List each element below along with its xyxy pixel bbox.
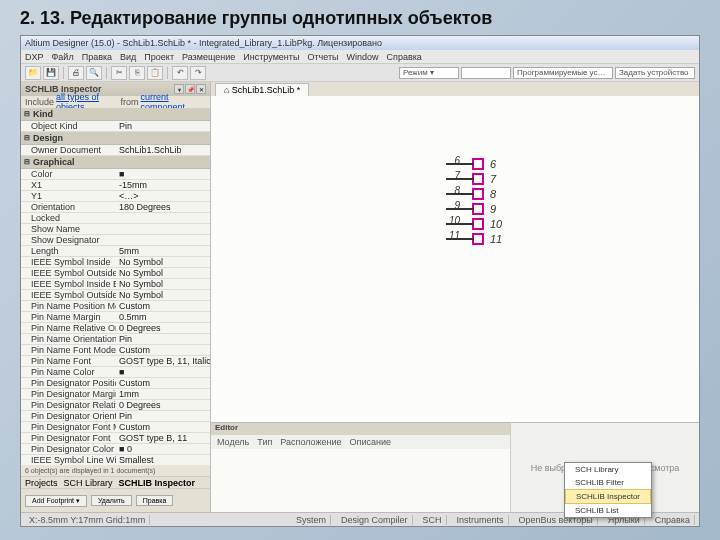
popup-item[interactable]: SCHLIB Inspector [565,489,651,504]
prop-row[interactable]: Pin Name Orientation AnchorPin [21,334,210,345]
footer-tab[interactable]: Projects [25,478,58,488]
set-device-label[interactable]: Задать устройство [615,67,695,79]
prop-row[interactable]: Object KindPin [21,121,210,132]
editor-col[interactable]: Тип [257,437,272,447]
prop-row[interactable]: IEEE Symbol OutsideNo Symbol [21,268,210,279]
undo-icon[interactable]: ↶ [172,66,188,80]
menu-item[interactable]: Инструменты [243,52,299,62]
toolbar-field[interactable] [461,67,511,79]
status-seg[interactable]: Справка [651,515,695,525]
prop-value[interactable]: Pin [116,121,210,131]
paste-icon[interactable]: 📋 [147,66,163,80]
delete-button[interactable]: Удалить [91,495,132,506]
prop-value[interactable]: No Symbol [116,279,210,289]
prop-row[interactable]: Color■ [21,169,210,180]
prop-row[interactable]: Show Designator [21,235,210,246]
editor-col[interactable]: Модель [217,437,249,447]
menu-item[interactable]: Отчеты [307,52,338,62]
menu-item[interactable]: Размещение [182,52,235,62]
prop-group[interactable]: Design [21,132,210,145]
prop-row[interactable]: Pin Designator Color■ 0 [21,444,210,455]
prop-value[interactable]: 0 Degrees [116,323,210,333]
prop-value[interactable]: No Symbol [116,257,210,267]
prop-value[interactable]: Custom [116,345,210,355]
prop-row[interactable]: X1-15mm [21,180,210,191]
prop-value[interactable]: ■ [116,169,210,179]
menu-item[interactable]: Справка [387,52,422,62]
prop-value[interactable]: GOST type B, 11, Italic [116,356,210,366]
menu-item[interactable]: Вид [120,52,136,62]
open-icon[interactable]: 📁 [25,66,41,80]
menu-item[interactable]: Файл [52,52,74,62]
prop-value[interactable]: Smallest [116,455,210,465]
status-seg[interactable]: Instruments [453,515,509,525]
prop-row[interactable]: Owner DocumentSchLib1.SchLib [21,145,210,156]
editor-col[interactable]: Описание [350,437,391,447]
prop-row[interactable]: IEEE Symbol Outside EdgeNo Symbol [21,290,210,301]
prop-value[interactable]: No Symbol [116,268,210,278]
device-label[interactable]: Программируемые ус… [513,67,613,79]
pin[interactable]: 1111 [446,231,502,246]
redo-icon[interactable]: ↷ [190,66,206,80]
prop-value[interactable]: 0.5mm [116,312,210,322]
prop-row[interactable]: Pin Designator Relative Orientation0 Deg… [21,400,210,411]
menu-item[interactable]: Проект [144,52,174,62]
prop-value[interactable]: 5mm [116,246,210,256]
prop-value[interactable]: Custom [116,422,210,432]
zoom-icon[interactable]: 🔍 [86,66,102,80]
prop-value[interactable]: -15mm [116,180,210,190]
prop-row[interactable]: Length5mm [21,246,210,257]
copy-icon[interactable]: ⎘ [129,66,145,80]
prop-group[interactable]: Kind [21,108,210,121]
status-seg[interactable]: Design Compiler [337,515,413,525]
prop-value[interactable]: <…> [116,191,210,201]
status-seg[interactable]: System [292,515,331,525]
prop-row[interactable]: Show Name [21,224,210,235]
prop-value[interactable]: 1mm [116,389,210,399]
editor-col[interactable]: Расположение [280,437,341,447]
popup-item[interactable]: SCHLIB List [565,504,651,517]
footer-tab[interactable]: SCH Library [64,478,113,488]
prop-row[interactable]: Pin Name Font ModeCustom [21,345,210,356]
prop-value[interactable]: ■ [116,367,210,377]
prop-row[interactable]: Y1<…> [21,191,210,202]
prop-value[interactable]: No Symbol [116,290,210,300]
prop-row[interactable]: Pin Name Relative Orientation0 Degrees [21,323,210,334]
prop-row[interactable]: Pin Designator Position ModeCustom [21,378,210,389]
prop-value[interactable]: SchLib1.SchLib [116,145,210,155]
print-icon[interactable]: 🖨 [68,66,84,80]
prop-row[interactable]: Pin Designator Orientation AnchorPin [21,411,210,422]
cut-icon[interactable]: ✂ [111,66,127,80]
prop-value[interactable]: 180 Degrees [116,202,210,212]
prop-row[interactable]: IEEE Symbol Inside EdgeNo Symbol [21,279,210,290]
prop-value[interactable]: Pin [116,334,210,344]
prop-value[interactable]: Custom [116,301,210,311]
prop-row[interactable]: IEEE Symbol InsideNo Symbol [21,257,210,268]
prop-row[interactable]: Locked [21,213,210,224]
save-icon[interactable]: 💾 [43,66,59,80]
prop-value[interactable]: 0 Degrees [116,400,210,410]
menu-item[interactable]: Window [347,52,379,62]
prop-value[interactable]: Custom [116,378,210,388]
document-tab[interactable]: ⌂ SchLib1.SchLib * [215,83,309,96]
popup-item[interactable]: SCHLIB Filter [565,476,651,489]
prop-row[interactable]: Orientation180 Degrees [21,202,210,213]
schematic-canvas[interactable]: 6677889910101111 Mask Level Сброс [211,96,699,422]
prop-row[interactable]: Pin Designator Margin1mm [21,389,210,400]
add-footprint-button[interactable]: Add Footprint ▾ [25,495,87,507]
footer-tab[interactable]: SCHLIB Inspector [119,478,196,488]
status-seg[interactable]: SCH [419,515,447,525]
prop-group[interactable]: Graphical [21,156,210,169]
prop-row[interactable]: Pin Name Position ModeCustom [21,301,210,312]
prop-row[interactable]: Pin Designator FontGOST type B, 11 [21,433,210,444]
prop-row[interactable]: Pin Name Margin0.5mm [21,312,210,323]
prop-row[interactable]: Pin Designator Font ModeCustom [21,422,210,433]
menu-item[interactable]: Правка [82,52,112,62]
prop-row[interactable]: Pin Name Color■ [21,367,210,378]
prop-value[interactable]: Pin [116,411,210,421]
menu-item[interactable]: DXP [25,52,44,62]
prop-value[interactable]: ■ 0 [116,444,210,454]
prop-row[interactable]: IEEE Symbol Line WidthSmallest [21,455,210,465]
popup-item[interactable]: SCH Library [565,463,651,476]
prop-row[interactable]: Pin Name FontGOST type B, 11, Italic [21,356,210,367]
